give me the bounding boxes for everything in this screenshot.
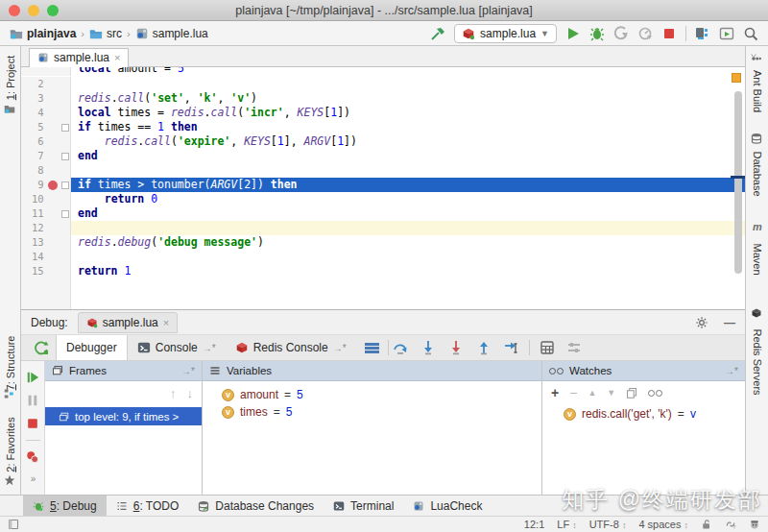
restore-layout-icon[interactable] — [566, 340, 582, 355]
code-line[interactable]: 14 — [21, 250, 745, 264]
fold-marker[interactable] — [60, 120, 70, 134]
code-line[interactable]: 4local times = redis.call('incr', KEYS[1… — [21, 106, 745, 120]
breadcrumb-project[interactable]: plainjava — [10, 27, 76, 40]
code-line[interactable]: 8 — [21, 163, 745, 178]
debug-session-tab[interactable]: sample.lua × — [78, 312, 178, 333]
fold-marker[interactable] — [60, 206, 70, 221]
zoom-window-button[interactable] — [47, 5, 59, 16]
inspections-profile-icon[interactable]: ? — [725, 519, 736, 530]
project-structure-icon[interactable] — [695, 26, 710, 41]
toolwindow-luacheck[interactable]: LuaCheck — [403, 496, 492, 516]
encoding-select[interactable]: UTF-8 ↕ — [589, 519, 627, 530]
code-lines: 23redis.call('set', 'k', 'v')4local time… — [21, 77, 745, 278]
step-out-icon[interactable] — [476, 340, 492, 355]
sidebar-item-redis-servers[interactable]: Redis Servers — [746, 307, 768, 405]
error-stripe-execution-marker[interactable] — [731, 176, 745, 179]
tab-redis-console[interactable]: Redis Console →* — [226, 335, 356, 360]
build-hammer-icon[interactable] — [430, 26, 445, 41]
error-stripe-warning-marker[interactable] — [732, 73, 741, 83]
code-line[interactable]: 10 return 0 — [21, 192, 745, 206]
profiler-button[interactable] — [637, 26, 653, 41]
run-with-coverage-button[interactable] — [613, 26, 629, 41]
hide-tool-window-icon[interactable]: — — [724, 316, 735, 329]
code-line[interactable]: 12 — [21, 221, 745, 235]
pause-icon[interactable] — [26, 394, 39, 407]
code-line[interactable]: 9if times > tonumber(ARGV[2]) then — [21, 178, 745, 192]
fold-marker[interactable] — [60, 149, 70, 163]
code-line[interactable]: 5if times == 1 then — [21, 120, 745, 134]
line-ending-select[interactable]: LF ↕ — [557, 519, 576, 530]
frame-row-selected[interactable]: top level: 9, if times > — [45, 407, 202, 425]
code-line[interactable]: 13redis.debug('debug message') — [21, 235, 745, 250]
step-into-icon[interactable] — [420, 340, 436, 355]
sidebar-item-ant-build[interactable]: Ant Build — [746, 53, 768, 122]
view-breakpoints-icon[interactable] — [26, 450, 39, 464]
caret-position[interactable]: 12:1 — [524, 519, 544, 530]
close-tab-icon[interactable]: × — [114, 52, 120, 63]
watch-row[interactable]: vredis.call('get', 'k')=v — [564, 407, 745, 421]
close-icon[interactable]: × — [163, 317, 169, 328]
close-window-button[interactable] — [9, 5, 20, 16]
sidebar-item-structure[interactable]: 7: Structure — [0, 334, 20, 399]
variable-row[interactable]: vamount=5 — [222, 388, 541, 401]
toolwindow-debug[interactable]: 5: Debug — [23, 496, 107, 516]
toolwindow-database-changes[interactable]: Database Changes — [188, 496, 324, 516]
stop-button[interactable] — [661, 26, 677, 41]
tab-console[interactable]: Console →* — [128, 335, 226, 360]
pin-icon[interactable]: →* — [181, 366, 195, 376]
frame-down-icon[interactable]: ↓ — [187, 386, 194, 400]
maven-icon: m — [753, 221, 762, 232]
sidebar-item-maven[interactable]: m Maven — [746, 221, 768, 288]
run-tool-window-icon[interactable] — [719, 26, 734, 41]
variable-row[interactable]: vtimes=5 — [222, 405, 541, 419]
add-watch-button[interactable]: + — [551, 385, 559, 400]
show-watches-icon[interactable] — [648, 390, 662, 397]
lock-icon[interactable] — [701, 519, 712, 530]
sidebar-item-project[interactable]: 1: Project — [0, 51, 20, 114]
pin-icon[interactable]: →* — [203, 343, 216, 353]
code-line[interactable]: 7end — [21, 149, 745, 163]
breakpoint-icon[interactable] — [44, 178, 60, 192]
code-line[interactable]: 11end — [21, 206, 745, 221]
toggle-toolwindows-icon[interactable] — [8, 519, 19, 530]
settings-gear-icon[interactable] — [695, 316, 708, 329]
copy-icon[interactable] — [626, 387, 637, 399]
layout-menu-icon[interactable] — [365, 343, 379, 353]
code-line[interactable]: 2 — [21, 77, 745, 91]
remove-watch-button[interactable]: − — [569, 385, 577, 400]
more-actions-icon[interactable]: » — [31, 473, 36, 484]
indent-select[interactable]: 4 spaces ↕ — [638, 519, 688, 530]
minimize-window-button[interactable] — [28, 5, 39, 16]
code-line[interactable]: 6 redis.call('expire', KEYS[1], ARGV[1]) — [21, 134, 745, 149]
resume-icon[interactable] — [26, 371, 39, 384]
tab-debugger[interactable]: Debugger — [56, 335, 128, 360]
hector-inspector-icon[interactable] — [749, 519, 760, 530]
run-to-cursor-icon[interactable] — [504, 340, 519, 355]
breadcrumb-file[interactable]: sample.lua — [135, 27, 208, 40]
stop-icon[interactable] — [26, 417, 39, 430]
breadcrumb-src[interactable]: src — [89, 27, 122, 40]
run-button[interactable] — [565, 26, 581, 41]
editor-scrollbar[interactable] — [734, 91, 742, 274]
fold-marker[interactable] — [60, 178, 70, 192]
move-watch-down-button[interactable]: ▼ — [607, 388, 615, 398]
run-configuration-select[interactable]: sample.lua ▼ — [454, 24, 557, 43]
force-step-into-icon[interactable] — [448, 340, 464, 355]
debug-button[interactable] — [589, 26, 605, 41]
editor-tab-sample-lua[interactable]: sample.lua × — [29, 48, 129, 67]
sidebar-item-database[interactable]: Database — [746, 133, 768, 206]
rerun-icon[interactable] — [34, 340, 49, 355]
frame-up-icon[interactable]: ↑ — [170, 386, 177, 400]
step-over-icon[interactable] — [393, 340, 408, 355]
code-line[interactable]: 15return 1 — [21, 264, 745, 278]
evaluate-expression-icon[interactable] — [540, 340, 555, 355]
pin-icon[interactable]: →* — [725, 366, 738, 376]
move-watch-up-button[interactable]: ▲ — [588, 388, 596, 398]
toolwindow-terminal[interactable]: Terminal — [324, 496, 403, 516]
toolwindow-todo[interactable]: 6: TODO — [107, 496, 189, 516]
code-line[interactable]: 3redis.call('set', 'k', 'v') — [21, 91, 745, 106]
search-icon[interactable] — [743, 26, 758, 41]
code-editor[interactable]: local amount = 5 23redis.call('set', 'k'… — [21, 67, 745, 309]
sidebar-item-favorites[interactable]: 2: Favorites — [0, 413, 20, 486]
pin-icon[interactable]: →* — [333, 343, 347, 353]
